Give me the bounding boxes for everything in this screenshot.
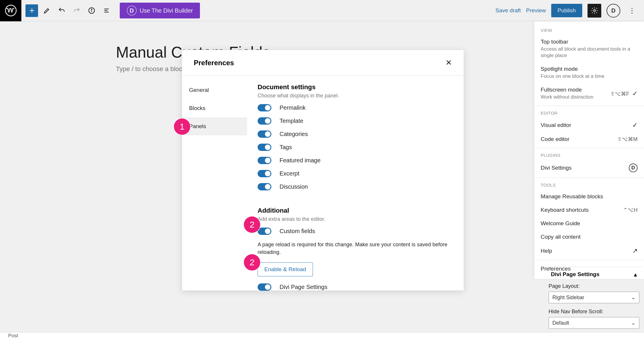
toggle-divi-page-settings[interactable] — [258, 283, 271, 291]
label-tags: Tags — [280, 144, 292, 151]
label-template: Template — [280, 118, 303, 124]
panel-title: Divi Page Settings — [551, 271, 600, 278]
toggle-featured-image[interactable] — [258, 157, 271, 164]
chevron-down-icon: ⌄ — [631, 320, 636, 326]
annotation-3: 2 — [244, 254, 260, 271]
additional-desc: Add extra areas to the editor. — [258, 216, 450, 222]
label-categories: Categories — [280, 131, 308, 137]
menu-keyboard-shortcuts[interactable]: Keyboard shortcuts⌃⌥H — [534, 203, 644, 217]
close-icon[interactable]: ✕ — [446, 58, 452, 67]
toggle-template[interactable] — [258, 117, 271, 125]
menu-visual-editor[interactable]: Visual editor✓ — [534, 118, 644, 132]
modal-tabs: General Blocks Panels — [182, 76, 247, 293]
collapse-icon[interactable]: ▴ — [634, 271, 637, 278]
menu-manage-reusable[interactable]: Manage Reusable blocks — [534, 190, 644, 203]
page-layout-label: Page Layout: — [549, 282, 639, 292]
label-excerpt: Excerpt — [280, 170, 299, 177]
preferences-modal: Preferences ✕ General Blocks Panels Docu… — [182, 50, 464, 291]
menu-fullscreen-mode[interactable]: Fullscreen modeWork without distraction⇧… — [534, 83, 644, 104]
toggle-categories[interactable] — [258, 130, 271, 138]
enable-reload-button[interactable]: Enable & Reload — [258, 262, 313, 276]
tab-panels[interactable]: Panels — [182, 117, 247, 135]
additional-title: Additional — [258, 207, 450, 214]
label-permalink: Permalink — [280, 104, 306, 111]
tab-blocks[interactable]: Blocks — [182, 99, 247, 117]
menu-spotlight-mode[interactable]: Spotlight modeFocus on one block at a ti… — [534, 62, 644, 83]
editor-footer: Post — [0, 332, 644, 339]
divi-logo-icon: D — [629, 164, 638, 172]
page-layout-select[interactable]: Right Sidebar⌄ — [549, 292, 639, 303]
annotation-1: 1 — [174, 118, 190, 135]
document-settings-desc: Choose what displays in the panel. — [258, 93, 450, 99]
external-link-icon: ↗ — [632, 247, 638, 255]
chevron-down-icon: ⌄ — [631, 294, 636, 301]
menu-divi-settings[interactable]: Divi SettingsD — [534, 160, 644, 176]
breadcrumb[interactable]: Post — [8, 333, 18, 339]
menu-top-toolbar[interactable]: Top toolbarAccess all block and document… — [534, 35, 644, 62]
toggle-excerpt[interactable] — [258, 170, 271, 177]
menu-section-plugins: PLUGINS — [534, 150, 644, 160]
divi-page-settings-panel: Divi Page Settings▴ Page Layout: Right S… — [545, 267, 643, 329]
toggle-tags[interactable] — [258, 144, 271, 151]
check-icon: ✓ — [632, 90, 638, 97]
label-divi-page-settings: Divi Page Settings — [280, 284, 327, 290]
document-settings-title: Document settings — [258, 83, 450, 91]
menu-help[interactable]: Help↗ — [534, 244, 644, 258]
reload-note: A page reload is required for this chang… — [258, 241, 450, 256]
annotation-2: 2 — [244, 216, 260, 233]
hide-nav-label: Hide Nav Before Scroll: — [549, 307, 639, 317]
check-icon: ✓ — [632, 121, 638, 129]
label-custom-fields: Custom fields — [280, 228, 315, 235]
tab-general[interactable]: General — [182, 81, 247, 99]
options-menu: VIEW Top toolbarAccess all block and doc… — [534, 21, 644, 279]
menu-section-editor: EDITOR — [534, 108, 644, 118]
label-discussion: Discussion — [280, 183, 308, 190]
menu-section-tools: TOOLS — [534, 180, 644, 190]
menu-section-view: VIEW — [534, 25, 644, 35]
toggle-discussion[interactable] — [258, 183, 271, 190]
menu-code-editor[interactable]: Code editor⇧⌥⌘M — [534, 132, 644, 146]
label-featured-image: Featured image — [280, 157, 321, 164]
menu-copy-all[interactable]: Copy all content — [534, 230, 644, 244]
menu-welcome-guide[interactable]: Welcome Guide — [534, 217, 644, 230]
toggle-custom-fields[interactable] — [258, 228, 271, 235]
modal-title: Preferences — [194, 59, 234, 67]
hide-nav-select[interactable]: Default⌄ — [549, 317, 639, 329]
toggle-permalink[interactable] — [258, 104, 271, 111]
